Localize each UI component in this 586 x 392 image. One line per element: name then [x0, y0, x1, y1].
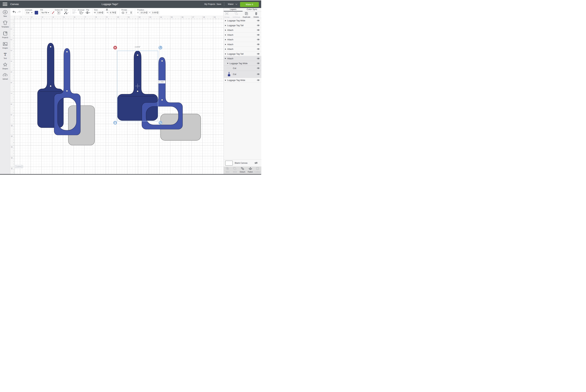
arrange-icon[interactable] [79, 11, 84, 14]
make-it-button[interactable]: Make It [240, 2, 259, 7]
project-title[interactable]: Luggage Tags* [90, 3, 130, 6]
caret-right-icon[interactable] [225, 44, 226, 45]
luggage-tag-tall-dark-shape[interactable] [38, 43, 64, 128]
layer-row[interactable]: Attach [224, 37, 261, 42]
linetype-color-swatch[interactable] [35, 11, 38, 14]
zoom-out-button[interactable]: − [15, 165, 17, 168]
caret-right-icon[interactable] [225, 20, 226, 21]
machine-select[interactable]: Maker [228, 3, 237, 5]
gray-card-tall-shape[interactable] [68, 106, 94, 145]
visibility-eye-icon[interactable] [257, 62, 260, 64]
caret-down-icon[interactable] [225, 58, 226, 59]
select-all-icon[interactable] [57, 11, 60, 14]
height-stepper[interactable] [114, 12, 116, 14]
contour-button[interactable]: Contour [254, 167, 261, 173]
tab-layers[interactable]: Layers [224, 8, 242, 12]
layer-row[interactable]: Luggage Tag Wide [224, 18, 261, 23]
caret-right-icon[interactable] [225, 80, 226, 81]
layer-row[interactable]: Luggage Tag Tall [224, 52, 261, 56]
ruler-left-number: 14 [11, 168, 13, 169]
caret-right-icon[interactable] [225, 34, 226, 36]
visibility-eye-icon[interactable] [257, 34, 260, 36]
caret-right-icon[interactable] [225, 53, 226, 54]
detach-button[interactable]: Detach [239, 167, 246, 173]
visibility-eye-icon[interactable] [257, 48, 260, 50]
sidebar-item-templates[interactable]: Templates [0, 21, 10, 28]
main-menu-icon[interactable] [3, 3, 7, 6]
visibility-eye-icon[interactable] [257, 20, 260, 22]
ungroup-button[interactable]: UnGroup [232, 12, 240, 18]
flatten-button[interactable]: Flatten [246, 167, 254, 173]
x-position-field[interactable] [139, 11, 148, 14]
lock-handle[interactable] [114, 121, 117, 124]
visibility-eye-icon[interactable] [257, 67, 260, 69]
visibility-eye-icon[interactable] [257, 58, 260, 60]
sidebar-item-shapes[interactable]: Shapes [0, 62, 10, 70]
layer-row-attach-expanded[interactable]: Attach [224, 56, 261, 61]
visibility-eye-icon[interactable] [257, 39, 260, 40]
visibility-eye-icon[interactable] [257, 53, 260, 55]
layer-row[interactable]: Attach [224, 32, 261, 37]
fill-dropdown[interactable]: No Fill [40, 11, 50, 14]
blank-canvas-row[interactable]: Blank Canvas [224, 159, 261, 166]
height-field[interactable] [109, 11, 117, 14]
layer-row-cut-tag[interactable]: Cut [224, 71, 261, 78]
sidebar-item-upload[interactable]: Upload [0, 73, 10, 80]
rotate-handle[interactable] [158, 46, 162, 50]
visibility-eye-icon[interactable] [257, 73, 260, 75]
y-stepper[interactable] [157, 12, 158, 14]
slice-icon [226, 167, 229, 170]
y-position-field[interactable] [151, 11, 159, 14]
x-stepper[interactable] [146, 12, 148, 14]
svg-text:3.806": 3.806" [134, 46, 140, 48]
width-field[interactable] [96, 11, 104, 14]
blank-canvas-swatch[interactable] [225, 161, 233, 166]
zoom-in-button[interactable]: + [21, 165, 23, 168]
layer-row-group-child[interactable]: Luggage Tag Wide [224, 61, 261, 66]
duplicate-button[interactable]: Duplicate [242, 12, 251, 18]
sidebar-item-new[interactable]: New [0, 10, 10, 17]
layer-row-cut-line[interactable]: Cut [224, 66, 261, 71]
visibility-eye-icon[interactable] [257, 44, 260, 45]
layer-row[interactable]: Attach [224, 42, 261, 47]
weld-button[interactable]: Weld [231, 167, 239, 173]
delete-handle[interactable] [114, 46, 117, 50]
caret-right-icon[interactable] [225, 25, 226, 26]
size-lock-icon[interactable] [105, 8, 109, 11]
caret-right-icon[interactable] [225, 48, 226, 50]
caret-right-icon[interactable] [225, 39, 226, 40]
my-projects-link[interactable]: My Projects [204, 3, 215, 5]
rotate-icon[interactable] [122, 11, 124, 14]
resize-handle[interactable] [158, 121, 162, 124]
flip-icon[interactable] [85, 11, 90, 14]
group-button[interactable]: Group [223, 12, 231, 18]
visibility-eye-icon[interactable] [257, 29, 260, 31]
fill-none-swatch[interactable] [51, 11, 55, 14]
tab-color-sync[interactable]: Color Sync [242, 8, 261, 12]
layer-row[interactable]: Attach [224, 28, 261, 32]
align-icon[interactable] [72, 11, 76, 14]
x-field-label: X [137, 12, 138, 14]
layer-row[interactable]: Luggage Tag Wide [224, 78, 261, 82]
save-link[interactable]: Save [216, 3, 221, 5]
layer-row[interactable]: Luggage Tag Tall [224, 23, 261, 28]
linetype-dropdown[interactable]: Cut [25, 11, 34, 14]
rotate-stepper[interactable] [130, 12, 132, 14]
redo-icon[interactable] [17, 10, 21, 14]
rotate-field[interactable] [125, 11, 132, 14]
slice-button[interactable]: Slice [224, 167, 231, 173]
delete-button[interactable]: Delete [252, 12, 260, 18]
sidebar-item-projects[interactable]: Projects [0, 31, 10, 38]
width-stepper[interactable] [102, 12, 104, 14]
visibility-eye-icon[interactable] [257, 79, 260, 81]
caret-down-icon[interactable] [227, 63, 228, 64]
sidebar-item-images[interactable]: Images [0, 42, 10, 49]
caret-right-icon[interactable] [225, 30, 226, 31]
undo-icon[interactable] [12, 10, 16, 14]
layer-row[interactable]: Attach [224, 47, 261, 52]
ruler-top-number: 14 [160, 16, 162, 18]
sidebar-item-text[interactable]: T Text [0, 52, 10, 59]
edit-icon[interactable] [64, 11, 69, 14]
visibility-eye-icon[interactable] [257, 24, 260, 26]
eye-hidden-icon[interactable] [254, 162, 258, 164]
